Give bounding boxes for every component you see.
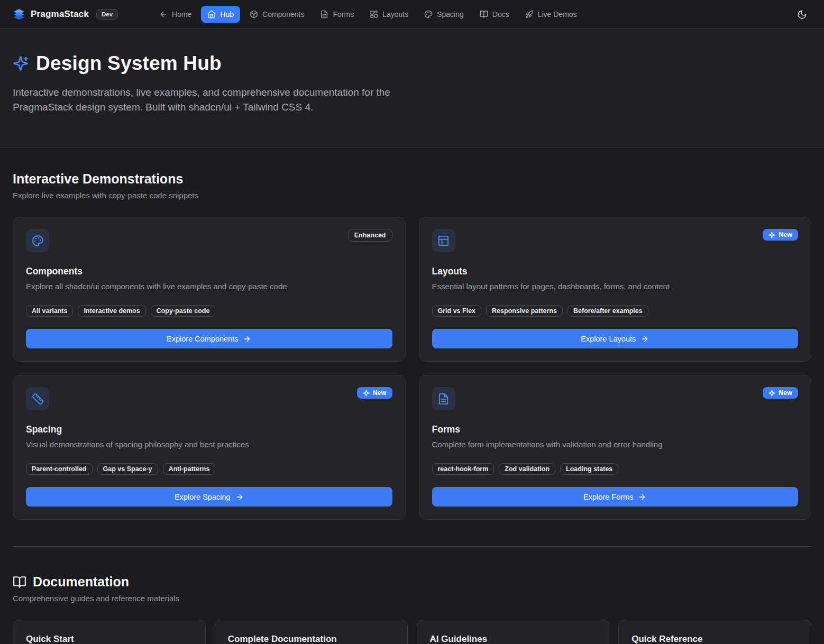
arrow-right-icon (640, 335, 649, 343)
badge-label: New (373, 389, 387, 397)
card-description: Complete form implementations with valid… (432, 440, 799, 449)
cta-label: Explore Components (167, 335, 238, 343)
tag: Gap vs Space-y (97, 463, 158, 475)
rocket-icon (525, 10, 534, 19)
dev-badge: Dev (96, 9, 118, 20)
enhanced-badge: Enhanced (348, 229, 392, 242)
card-title: Spacing (26, 424, 392, 435)
arrow-right-icon (638, 493, 646, 501)
doc-card-complete-documentation[interactable]: Complete Documentation Full design syste… (215, 620, 408, 644)
home-icon (207, 10, 216, 19)
doc-card-title: AI Guidelines (430, 634, 597, 644)
doc-card-ai-guidelines[interactable]: AI Guidelines Rules for AI code generati… (417, 620, 610, 644)
brand-name: PragmaStack (31, 9, 89, 20)
book-open-icon (480, 10, 488, 19)
layout-grid-icon (370, 10, 378, 19)
main-nav: Home Hub Components Forms Layouts (153, 6, 583, 23)
documentation-section: Documentation Comprehensive guides and r… (13, 574, 811, 644)
hero-section: Design System Hub Interactive demonstrat… (0, 29, 824, 148)
card-description: Visual demonstrations of spacing philoso… (26, 440, 392, 449)
moon-icon (797, 10, 807, 20)
nav-item-live-demos[interactable]: Live Demos (519, 6, 583, 23)
arrow-right-icon (235, 493, 244, 501)
tag: Interactive demos (78, 305, 145, 317)
docs-cards-grid: Quick Start 5-minute crash course Comple… (13, 620, 811, 644)
explore-forms-button[interactable]: Explore Forms (432, 487, 799, 507)
nav-item-hub[interactable]: Hub (201, 6, 240, 23)
cta-label: Explore Spacing (175, 493, 231, 501)
file-text-icon (432, 387, 455, 410)
demo-card-forms: New Forms Complete form implementations … (419, 375, 812, 520)
main-content: Interactive Demonstrations Explore live … (0, 148, 824, 644)
nav-item-home[interactable]: Home (153, 6, 198, 23)
page-subtitle: Interactive demonstrations, live example… (13, 85, 407, 115)
nav-item-spacing[interactable]: Spacing (418, 6, 470, 23)
cta-label: Explore Forms (583, 493, 633, 501)
section-divider (13, 546, 811, 547)
badge-label: New (779, 389, 792, 397)
card-description: Explore all shadcn/ui components with li… (26, 282, 392, 291)
card-description: Essential layout patterns for pages, das… (432, 282, 799, 291)
book-open-icon (13, 575, 26, 589)
explore-components-button[interactable]: Explore Components (26, 329, 392, 348)
package-icon (250, 10, 258, 19)
nav-item-components[interactable]: Components (243, 6, 310, 23)
palette-icon (26, 229, 49, 252)
ruler-icon (26, 387, 49, 410)
tag: Loading states (560, 463, 618, 475)
demos-section-subtitle: Explore live examples with copy-paste co… (13, 191, 811, 200)
nav-item-layouts[interactable]: Layouts (363, 6, 415, 23)
tag: Parent-controlled (26, 463, 93, 475)
tag: All variants (26, 305, 73, 317)
brand[interactable]: PragmaStack Dev (13, 8, 118, 21)
nav-label: Forms (333, 10, 354, 19)
tag: Grid vs Flex (432, 305, 482, 317)
palette-icon (424, 10, 433, 19)
nav-label: Layouts (382, 10, 408, 19)
panels-top-left-icon (432, 229, 455, 252)
card-title: Forms (432, 424, 799, 435)
nav-label: Spacing (437, 10, 464, 19)
demo-card-components: Enhanced Components Explore all shadcn/u… (13, 217, 406, 362)
layers-logo-icon (13, 8, 25, 21)
page-title: Design System Hub (36, 52, 222, 75)
demos-section-title: Interactive Demonstrations (13, 171, 811, 187)
tag: Zod validation (499, 463, 555, 475)
tag: react-hook-form (432, 463, 495, 475)
nav-item-forms[interactable]: Forms (314, 6, 360, 23)
cta-label: Explore Layouts (581, 335, 636, 343)
badge-label: New (779, 231, 792, 238)
tag: Responsive patterns (486, 305, 563, 317)
new-badge: New (763, 229, 798, 241)
docs-section-title: Documentation (33, 574, 129, 590)
sparkles-icon (363, 390, 370, 397)
explore-spacing-button[interactable]: Explore Spacing (26, 487, 392, 507)
doc-card-title: Complete Documentation (228, 634, 395, 644)
nav-label: Docs (492, 10, 509, 19)
doc-card-title: Quick Reference (631, 634, 798, 644)
doc-card-quick-reference[interactable]: Quick Reference Cheat sheet for lookups (618, 620, 811, 644)
nav-label: Home (172, 10, 191, 19)
doc-card-title: Quick Start (26, 634, 193, 644)
nav-label: Live Demos (538, 10, 577, 19)
sparkles-icon (768, 232, 775, 238)
demo-cards-grid: Enhanced Components Explore all shadcn/u… (13, 217, 811, 520)
demo-card-layouts: New Layouts Essential layout patterns fo… (419, 217, 812, 362)
new-badge: New (763, 387, 798, 399)
doc-card-quick-start[interactable]: Quick Start 5-minute crash course (13, 620, 206, 644)
theme-toggle-button[interactable] (792, 5, 811, 24)
demo-card-spacing: New Spacing Visual demonstrations of spa… (13, 375, 406, 520)
nav-item-docs[interactable]: Docs (473, 6, 516, 23)
arrow-right-icon (243, 335, 251, 343)
top-navbar: PragmaStack Dev Home Hub Components Fo (0, 0, 824, 29)
tag: Copy-paste code (151, 305, 216, 317)
new-badge: New (357, 387, 392, 399)
sparkles-icon (13, 56, 29, 71)
card-title: Layouts (432, 266, 799, 277)
nav-label: Hub (220, 10, 234, 19)
file-text-icon (320, 10, 328, 19)
tag: Before/after examples (567, 305, 648, 317)
sparkles-icon (768, 390, 775, 397)
nav-label: Components (262, 10, 304, 19)
explore-layouts-button[interactable]: Explore Layouts (432, 329, 799, 348)
